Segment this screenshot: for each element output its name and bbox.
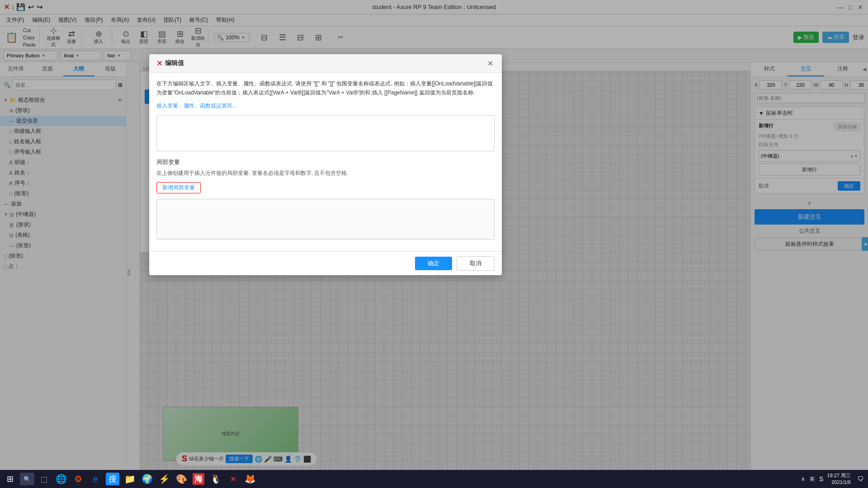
qq-app-icon: 🐧 xyxy=(210,474,222,484)
hidden-icons-btn[interactable]: ∧ xyxy=(801,476,805,482)
browser2-icon[interactable]: 🌍 xyxy=(139,471,155,487)
task-view-btn[interactable]: ⬚ xyxy=(36,471,52,487)
search-btn-taskbar[interactable]: 搜 xyxy=(105,471,120,487)
modal-description: 在下方编辑区输入文字、插入变量、属性、函数或表达式. 请使用 "[[" 和 "]… xyxy=(156,79,495,98)
modal-body: 在下方编辑区输入文字、插入变量、属性、函数或表达式. 请使用 "[[" 和 "]… xyxy=(149,73,502,251)
language-indicator[interactable]: 英 xyxy=(807,475,817,483)
time-display: 19:27 周三 xyxy=(827,472,851,479)
modal-cancel-btn[interactable]: 取消 xyxy=(457,256,495,271)
task-view-icon: ⬚ xyxy=(41,475,47,483)
edge-icon[interactable]: 🌐 xyxy=(53,471,69,487)
file-icon[interactable]: 📁 xyxy=(122,471,137,487)
local-var-section-title: 局部变量 xyxy=(156,158,495,166)
qq-icon[interactable]: 🐧 xyxy=(208,471,223,487)
browser-app-icon: e xyxy=(93,474,98,484)
axure-app-icon: ✕ xyxy=(230,475,236,483)
local-var-desc: 在上侧创建用于插入元件值的局部变量. 变量名必须是字母和数字, 且不包含空格. xyxy=(156,169,495,178)
modal-header: ✕ 编辑值 ✕ xyxy=(149,54,502,73)
taskbar-right: ∧ 英 S 19:27 周三 2021/1/6 🗨 xyxy=(801,471,866,487)
date-display: 2021/1/6 xyxy=(827,479,851,486)
firefox-icon[interactable]: 🦊 xyxy=(242,471,258,487)
file-app-icon: 📁 xyxy=(124,474,136,484)
dev-app-icon: ⚡ xyxy=(159,474,170,484)
antivirus-app-icon: ⚙ xyxy=(74,474,82,484)
paint-app-icon: 🎨 xyxy=(176,474,187,484)
modal-insert-link[interactable]: 插入变量、属性、函数或运算符... xyxy=(156,102,495,110)
taskbar-search[interactable]: 🔍 xyxy=(20,473,34,485)
modal-ok-btn[interactable]: 确定 xyxy=(415,257,452,270)
var-list-area xyxy=(156,199,495,239)
add-local-var-btn[interactable]: 新增局部变量 xyxy=(156,182,201,193)
start-btn[interactable]: ⊞ xyxy=(2,471,18,487)
datetime-display: 19:27 周三 2021/1/6 xyxy=(825,471,853,487)
nav-app-icon: 海 xyxy=(193,473,204,485)
taskbar-search-icon: 🔍 xyxy=(24,476,31,483)
firefox-app-icon: 🦊 xyxy=(245,474,256,484)
notification-btn[interactable]: 🗨 xyxy=(854,475,866,483)
browser2-app-icon: 🌍 xyxy=(142,474,153,484)
dev-icon[interactable]: ⚡ xyxy=(156,471,172,487)
modal-close-btn[interactable]: ✕ xyxy=(486,59,495,68)
taskbar: ⊞ 🔍 ⬚ 🌐 ⚙ e 搜 📁 🌍 ⚡ 🎨 海 🐧 ✕ 🦊 ∧ 英 xyxy=(0,470,868,488)
antivirus-icon[interactable]: ⚙ xyxy=(71,471,86,487)
modal-header-left: ✕ 编辑值 xyxy=(156,59,184,68)
modal-editor[interactable] xyxy=(156,115,495,151)
edge-app-icon: 🌐 xyxy=(56,474,67,484)
edit-value-modal: ✕ 编辑值 ✕ 在下方编辑区输入文字、插入变量、属性、函数或表达式. 请使用 "… xyxy=(149,54,502,275)
nav-icon[interactable]: 海 xyxy=(191,471,206,487)
search-app-icon: 搜 xyxy=(106,473,119,485)
browser-icon[interactable]: e xyxy=(88,471,103,487)
axure-taskbar-icon[interactable]: ✕ xyxy=(225,471,241,487)
modal-axure-logo: ✕ xyxy=(156,59,162,68)
modal-footer: 确定 取消 xyxy=(149,251,502,275)
modal-overlay: ✕ 编辑值 ✕ 在下方编辑区输入文字、插入变量、属性、函数或表达式. 请使用 "… xyxy=(0,0,868,488)
modal-title: 编辑值 xyxy=(165,59,184,67)
paint-icon[interactable]: 🎨 xyxy=(174,471,189,487)
ime-s-icon[interactable]: S xyxy=(819,475,823,483)
